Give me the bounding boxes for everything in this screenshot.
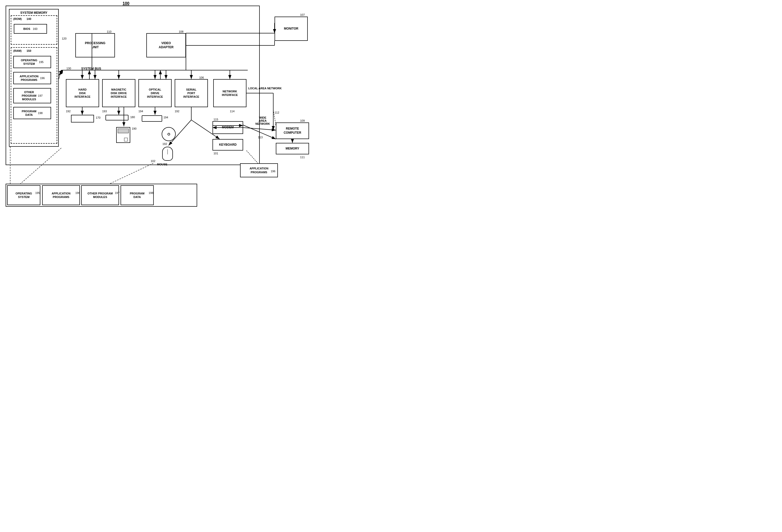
os-ref-left: 195 xyxy=(39,60,43,64)
os-bottom-ref: 195 xyxy=(35,191,40,194)
processing-unit-ref: 110 xyxy=(107,30,111,33)
magnetic-disk-interface-box: MAGNETIC DISK DRIVE INTERFACE xyxy=(102,79,135,107)
os-label-left: OPERATING SYSTEM xyxy=(21,59,38,66)
video-adapter-label: VIDEO ADAPTER xyxy=(158,41,173,49)
other-prog-bottom-box: OTHER PROGRAM MODULES xyxy=(81,185,119,205)
ram-ref: 150 xyxy=(27,49,31,52)
system-memory-label: SYSTEM MEMORY xyxy=(20,11,47,15)
magnetic-disk-drive xyxy=(105,115,129,120)
app-prog-label-left: APPLICATION PROGRAMS xyxy=(20,75,39,82)
serial-port-interface-label: SERIAL PORT INTERFACE xyxy=(183,88,199,99)
serial-port-ref-top: 106 xyxy=(199,76,204,79)
ram-box: (RAM) 150 OPERATING SYSTEM 195 APPLICATI… xyxy=(11,47,57,144)
memory-label: MEMORY xyxy=(286,147,299,151)
keyboard-ref: 101 xyxy=(214,152,218,155)
app-prog-bottom-box: APPLICATION PROGRAMS xyxy=(42,185,80,205)
monitor-box: MONITOR xyxy=(275,16,308,41)
ram-label: (RAM) xyxy=(13,49,22,52)
processing-unit-box: PROCESSING UNIT xyxy=(75,33,115,58)
rom-label: (ROM) xyxy=(13,17,22,21)
prog-data-box-left: PROGRAM DATA 198 xyxy=(13,107,51,119)
cdrom-disc xyxy=(142,115,162,122)
wan-label: WIDE AREA NETWORK xyxy=(255,116,270,125)
optical-interface-ref-num: 194 xyxy=(138,110,143,113)
magnetic-disk-interface-label: MAGNETIC DISK DRIVE INTERFACE xyxy=(111,88,127,99)
system-bus-label: SYSTEM BUS xyxy=(81,67,101,70)
lan-label: LOCAL AREA NETWORK xyxy=(248,87,282,90)
other-prog-box-left: OTHER PROGRAM MODULES 197 xyxy=(13,88,51,103)
network-interface-box: NETWORK INTERFACE xyxy=(213,79,246,107)
hard-disk-interface-label: HARD DISK INTERFACE xyxy=(75,88,91,99)
ref-113: 113 xyxy=(258,136,262,139)
system-bus-ref: 130 xyxy=(66,67,71,70)
hard-disk-interface-ref-num: 192 xyxy=(66,110,70,113)
serial-port-interface-box: SERIAL PORT INTERFACE xyxy=(175,79,208,107)
rom-box: (ROM) 140 BIOS 160 xyxy=(11,15,57,45)
magnetic-disk-ref: 180 xyxy=(130,116,135,119)
mouse-label-text: MOUSE xyxy=(157,163,167,166)
keyboard-label: KEYBOARD xyxy=(219,143,237,147)
optical-drive-interface-box: OPTICAL DRIVE INTERFACE xyxy=(138,79,172,107)
rom-ref: 140 xyxy=(27,17,31,21)
remote-computer-label: REMOTE COMPUTER xyxy=(284,127,301,135)
prog-data-ref-left: 198 xyxy=(38,111,43,115)
keyboard-box: KEYBOARD xyxy=(212,139,243,151)
mouse-ref: 102 xyxy=(151,159,155,162)
os-box-left: OPERATING SYSTEM 195 xyxy=(13,56,51,68)
bios-label: BIOS xyxy=(23,27,30,31)
bios-ref: 160 xyxy=(33,27,37,31)
svg-line-39 xyxy=(110,163,153,184)
app-prog-right-label: APPLICATION PROGRAMS xyxy=(250,166,269,174)
optical-drive-floppy xyxy=(116,127,130,143)
processing-unit-label: PROCESSING UNIT xyxy=(85,41,105,49)
hard-disk-drive xyxy=(71,115,94,122)
other-prog-label-left: OTHER PROGRAM MODULES xyxy=(22,90,36,101)
title-100: 100 xyxy=(122,1,130,6)
modem-ref: 115 xyxy=(214,118,218,121)
modem-box: MODEM xyxy=(212,121,243,134)
optical-drive-interface-label: OPTICAL DRIVE INTERFACE xyxy=(147,88,163,99)
prog-data-label-left: PROGRAM DATA xyxy=(22,110,36,117)
app-prog-bottom-ref: 196 xyxy=(75,191,80,194)
prog-data-bottom-label: PROGRAM DATA xyxy=(130,192,144,199)
app-prog-bottom-label: APPLICATION PROGRAMS xyxy=(51,192,70,199)
monitor-ref: 107 xyxy=(300,13,305,16)
network-interface-ref: 114 xyxy=(230,110,235,113)
network-interface-label: NETWORK INTERFACE xyxy=(222,89,238,97)
other-prog-ref-left: 197 xyxy=(38,94,43,98)
cdrom-ref: 194 xyxy=(164,116,168,119)
floppy-ref: 190 xyxy=(132,127,136,130)
wan-ref: 112 xyxy=(275,111,279,114)
disc-ref-192: 192 xyxy=(163,142,167,145)
memory-ref: 111 xyxy=(300,156,305,159)
diagram: 100 SYSTEM MEMORY (ROM) 140 BIOS 160 (RA… xyxy=(0,0,317,217)
other-prog-bottom-ref: 197 xyxy=(115,191,119,194)
os-bottom-box: OPERATING SYSTEM xyxy=(7,185,40,205)
video-adapter-box: VIDEO ADAPTER xyxy=(146,33,186,58)
remote-computer-box: REMOTE COMPUTER xyxy=(276,122,309,139)
video-adapter-ref: 108 xyxy=(179,30,183,33)
ref-192-mouse: 192 xyxy=(175,110,179,113)
modem-label: MODEM xyxy=(222,125,234,129)
app-prog-right-ref: 196 xyxy=(271,170,275,173)
remote-computer-ref: 109 xyxy=(300,119,305,122)
hard-disk-ref: 170 xyxy=(96,116,100,119)
memory-box: MEMORY xyxy=(276,143,309,154)
ref-120: 120 xyxy=(62,37,66,40)
monitor-label: MONITOR xyxy=(284,27,298,31)
mouse-icon xyxy=(162,147,173,161)
optical-disc-icon xyxy=(162,127,176,141)
prog-data-bottom-box: PROGRAM DATA xyxy=(120,185,154,205)
os-bottom-label: OPERATING SYSTEM xyxy=(15,192,32,199)
app-prog-ref-left: 196 xyxy=(40,76,45,80)
other-prog-bottom-label: OTHER PROGRAM MODULES xyxy=(87,192,113,199)
bios-box: BIOS 160 xyxy=(14,24,47,34)
magnetic-disk-interface-ref-num: 193 xyxy=(102,110,107,113)
hard-disk-interface-box: HARD DISK INTERFACE xyxy=(66,79,99,107)
app-prog-box-left: APPLICATION PROGRAMS 196 xyxy=(13,72,51,84)
prog-data-bottom-ref: 198 xyxy=(149,191,153,194)
